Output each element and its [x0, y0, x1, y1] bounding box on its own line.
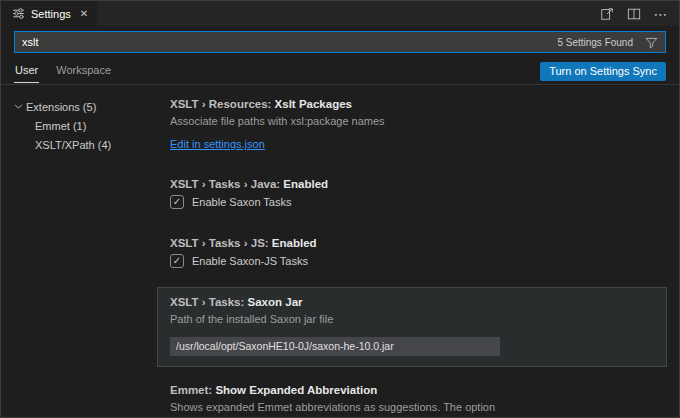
tree-item-emmet[interactable]: Emmet (1): [1, 116, 153, 135]
setting-emmet-show-expanded-abbreviation: Emmet: Show Expanded Abbreviation Shows …: [157, 375, 667, 417]
setting-xslt-packages: XSLT › Resources: Xslt Packages Associat…: [157, 89, 667, 161]
setting-category: XSLT › Resources:: [170, 98, 275, 110]
check-icon: ✓: [173, 255, 181, 266]
filter-button[interactable]: [642, 33, 660, 51]
setting-description: Associate file paths with xsl:package na…: [170, 114, 654, 130]
checkbox-label[interactable]: Enable Saxon-JS Tasks: [192, 255, 308, 267]
saxon-jar-path-input[interactable]: [170, 337, 500, 356]
setting-title: XSLT › Tasks: Saxon Jar: [170, 296, 654, 308]
open-settings-json-icon: [600, 7, 614, 21]
editor-actions: ⋯: [599, 1, 679, 26]
close-icon[interactable]: ✕: [80, 8, 88, 19]
settings-list: XSLT › Resources: Xslt Packages Associat…: [153, 85, 679, 417]
split-editor-button[interactable]: [626, 6, 642, 22]
setting-name: Xslt Packages: [275, 98, 352, 110]
enable-saxon-js-tasks-checkbox[interactable]: ✓: [170, 254, 184, 268]
tab-title: Settings: [31, 8, 71, 20]
setting-title: Emmet: Show Expanded Abbreviation: [170, 384, 654, 396]
description-text: Shows expanded Emmet abbreviations as su…: [170, 401, 495, 413]
settings-content: Extensions (5) Emmet (1) XSLT/XPath (4) …: [1, 85, 679, 417]
filter-icon: [645, 36, 658, 49]
tab-workspace[interactable]: Workspace: [55, 59, 112, 83]
tab-bar: Settings ✕ ⋯: [1, 1, 679, 26]
setting-name: Enabled: [272, 237, 317, 249]
checkbox-row: ✓ Enable Saxon Tasks: [170, 195, 654, 209]
chevron-down-icon: [10, 102, 26, 111]
tree-item-extensions[interactable]: Extensions (5): [1, 97, 153, 116]
setting-tasks-js-enabled: XSLT › Tasks › JS: Enabled ✓ Enable Saxo…: [157, 228, 667, 279]
setting-category: XSLT › Tasks:: [170, 296, 248, 308]
search-row: 5 Settings Found: [1, 26, 679, 58]
more-actions-button[interactable]: ⋯: [653, 6, 669, 22]
settings-sliders-icon: [10, 6, 26, 22]
settings-sync-button[interactable]: Turn on Settings Sync: [540, 62, 666, 81]
enable-saxon-tasks-checkbox[interactable]: ✓: [170, 195, 184, 209]
edit-settings-json-link[interactable]: Edit in settings.json: [170, 138, 265, 150]
tab-settings[interactable]: Settings ✕: [1, 1, 97, 26]
tree-item-label: XSLT/XPath (4): [35, 139, 111, 151]
setting-category: Emmet:: [170, 384, 215, 396]
setting-saxon-jar: XSLT › Tasks: Saxon Jar Path of the inst…: [157, 287, 667, 367]
search-box: 5 Settings Found: [14, 31, 666, 53]
setting-category: XSLT › Tasks › JS:: [170, 237, 272, 249]
settings-count-badge: 5 Settings Found: [557, 37, 633, 48]
setting-title: XSLT › Tasks › Java: Enabled: [170, 178, 654, 190]
setting-name: Enabled: [283, 178, 328, 190]
settings-search-input[interactable]: [22, 36, 557, 48]
more-actions-icon: ⋯: [654, 9, 669, 19]
open-settings-json-button[interactable]: [599, 6, 615, 22]
setting-name: Saxon Jar: [248, 296, 303, 308]
split-editor-icon: [627, 7, 641, 21]
checkbox-label[interactable]: Enable Saxon Tasks: [192, 196, 291, 208]
tree-item-xslt-xpath[interactable]: XSLT/XPath (4): [1, 135, 153, 154]
settings-tree: Extensions (5) Emmet (1) XSLT/XPath (4): [1, 85, 153, 417]
setting-tasks-java-enabled: XSLT › Tasks › Java: Enabled ✓ Enable Sa…: [157, 169, 667, 220]
settings-editor-window: Settings ✕ ⋯ 5 Settin: [0, 0, 680, 418]
tree-item-label: Emmet (1): [35, 120, 86, 132]
tree-item-label: Extensions (5): [26, 101, 96, 113]
setting-title: XSLT › Tasks › JS: Enabled: [170, 237, 654, 249]
setting-category: XSLT › Tasks › Java:: [170, 178, 283, 190]
scope-row: User Workspace Turn on Settings Sync: [1, 58, 679, 85]
tab-user[interactable]: User: [14, 59, 39, 83]
setting-title: XSLT › Resources: Xslt Packages: [170, 98, 654, 110]
setting-description: Path of the installed Saxon jar file: [170, 312, 654, 328]
check-icon: ✓: [173, 196, 181, 207]
setting-name: Show Expanded Abbreviation: [215, 384, 377, 396]
setting-description: Shows expanded Emmet abbreviations as su…: [170, 400, 654, 417]
checkbox-row: ✓ Enable Saxon-JS Tasks: [170, 254, 654, 268]
